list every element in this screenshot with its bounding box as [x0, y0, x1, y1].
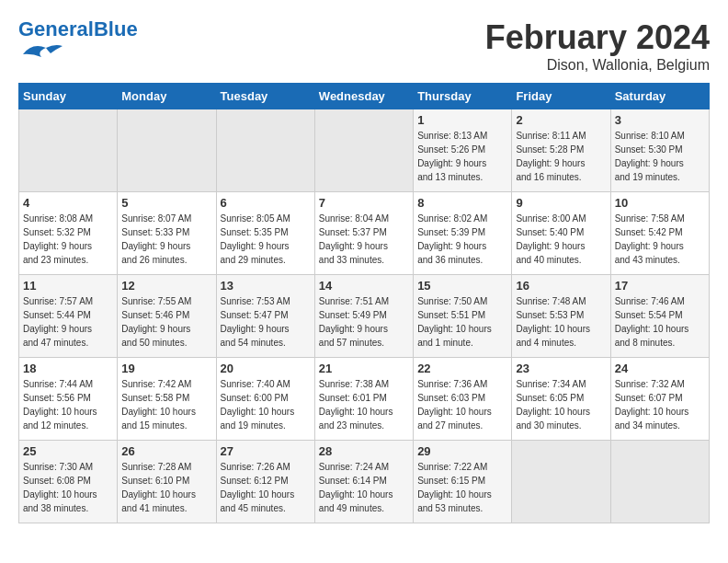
day-info: Sunrise: 7:38 AM Sunset: 6:01 PM Dayligh… [319, 377, 409, 432]
day-info: Sunrise: 7:40 AM Sunset: 6:00 PM Dayligh… [221, 377, 311, 432]
day-number: 14 [319, 279, 409, 293]
day-info: Sunrise: 7:55 AM Sunset: 5:46 PM Dayligh… [121, 294, 211, 350]
calendar-cell: 10Sunrise: 7:58 AM Sunset: 5:42 PM Dayli… [610, 192, 709, 275]
calendar-cell: 14Sunrise: 7:51 AM Sunset: 5:49 PM Dayli… [314, 275, 413, 358]
col-header-friday: Friday [512, 84, 610, 109]
calendar-week-row: 25Sunrise: 7:30 AM Sunset: 6:08 PM Dayli… [19, 441, 710, 523]
calendar-header-row: SundayMondayTuesdayWednesdayThursdayFrid… [19, 84, 710, 109]
title-area: February 2024 Dison, Wallonia, Belgium [485, 18, 710, 74]
day-number: 13 [221, 279, 311, 293]
day-info: Sunrise: 8:05 AM Sunset: 5:35 PM Dayligh… [221, 212, 311, 267]
calendar-cell [610, 441, 709, 523]
day-info: Sunrise: 8:10 AM Sunset: 5:30 PM Dayligh… [615, 129, 705, 184]
day-info: Sunrise: 7:51 AM Sunset: 5:49 PM Dayligh… [319, 294, 409, 350]
calendar-week-row: 11Sunrise: 7:57 AM Sunset: 5:44 PM Dayli… [19, 275, 710, 358]
calendar-cell: 11Sunrise: 7:57 AM Sunset: 5:44 PM Dayli… [19, 275, 118, 358]
day-number: 16 [516, 279, 606, 293]
calendar-cell [216, 109, 314, 192]
day-number: 10 [615, 196, 705, 210]
calendar-week-row: 1Sunrise: 8:13 AM Sunset: 5:26 PM Daylig… [19, 109, 710, 192]
calendar-table: SundayMondayTuesdayWednesdayThursdayFrid… [18, 83, 710, 523]
day-number: 15 [417, 279, 507, 293]
day-number: 27 [221, 444, 311, 458]
calendar-cell [512, 441, 610, 523]
day-number: 24 [615, 362, 705, 375]
day-info: Sunrise: 8:08 AM Sunset: 5:32 PM Dayligh… [23, 212, 113, 267]
calendar-cell: 27Sunrise: 7:26 AM Sunset: 6:12 PM Dayli… [216, 441, 314, 523]
calendar-cell: 19Sunrise: 7:42 AM Sunset: 5:58 PM Dayli… [118, 358, 216, 441]
day-info: Sunrise: 7:44 AM Sunset: 5:56 PM Dayligh… [23, 377, 113, 432]
day-info: Sunrise: 7:46 AM Sunset: 5:54 PM Dayligh… [615, 294, 705, 350]
calendar-cell: 12Sunrise: 7:55 AM Sunset: 5:46 PM Dayli… [118, 275, 216, 358]
day-number: 12 [121, 279, 211, 293]
day-info: Sunrise: 7:30 AM Sunset: 6:08 PM Dayligh… [23, 460, 113, 515]
day-number: 20 [221, 362, 311, 375]
calendar-cell: 28Sunrise: 7:24 AM Sunset: 6:14 PM Dayli… [314, 441, 413, 523]
calendar-cell: 7Sunrise: 8:04 AM Sunset: 5:37 PM Daylig… [314, 192, 413, 275]
col-header-thursday: Thursday [414, 84, 512, 109]
calendar-cell [118, 109, 216, 192]
day-info: Sunrise: 7:34 AM Sunset: 6:05 PM Dayligh… [516, 377, 606, 432]
day-info: Sunrise: 8:00 AM Sunset: 5:40 PM Dayligh… [516, 212, 606, 267]
calendar-cell: 8Sunrise: 8:02 AM Sunset: 5:39 PM Daylig… [414, 192, 512, 275]
calendar-cell: 23Sunrise: 7:34 AM Sunset: 6:05 PM Dayli… [512, 358, 610, 441]
day-info: Sunrise: 7:22 AM Sunset: 6:15 PM Dayligh… [417, 460, 507, 515]
header: GeneralBlue February 2024 Dison, Walloni… [18, 18, 710, 74]
day-info: Sunrise: 8:04 AM Sunset: 5:37 PM Dayligh… [319, 212, 409, 267]
calendar-cell: 5Sunrise: 8:07 AM Sunset: 5:33 PM Daylig… [118, 192, 216, 275]
calendar-cell: 29Sunrise: 7:22 AM Sunset: 6:15 PM Dayli… [414, 441, 512, 523]
col-header-wednesday: Wednesday [314, 84, 413, 109]
day-number: 22 [417, 362, 507, 375]
calendar-cell: 17Sunrise: 7:46 AM Sunset: 5:54 PM Dayli… [610, 275, 709, 358]
calendar-cell [314, 109, 413, 192]
day-info: Sunrise: 8:11 AM Sunset: 5:28 PM Dayligh… [516, 129, 606, 184]
calendar-cell [19, 109, 118, 192]
logo-icon [18, 40, 64, 59]
calendar-cell: 26Sunrise: 7:28 AM Sunset: 6:10 PM Dayli… [118, 441, 216, 523]
day-info: Sunrise: 7:53 AM Sunset: 5:47 PM Dayligh… [221, 294, 311, 350]
day-info: Sunrise: 7:58 AM Sunset: 5:42 PM Dayligh… [615, 212, 705, 267]
calendar-cell: 25Sunrise: 7:30 AM Sunset: 6:08 PM Dayli… [19, 441, 118, 523]
logo: GeneralBlue [18, 18, 138, 63]
day-info: Sunrise: 8:02 AM Sunset: 5:39 PM Dayligh… [417, 212, 507, 267]
day-number: 26 [121, 444, 211, 458]
col-header-saturday: Saturday [610, 84, 709, 109]
calendar-cell: 9Sunrise: 8:00 AM Sunset: 5:40 PM Daylig… [512, 192, 610, 275]
col-header-tuesday: Tuesday [216, 84, 314, 109]
logo-blue: Blue [94, 17, 138, 40]
day-number: 18 [23, 362, 113, 375]
day-number: 28 [319, 444, 409, 458]
calendar-cell: 21Sunrise: 7:38 AM Sunset: 6:01 PM Dayli… [314, 358, 413, 441]
calendar-cell: 18Sunrise: 7:44 AM Sunset: 5:56 PM Dayli… [19, 358, 118, 441]
day-number: 29 [417, 444, 507, 458]
calendar-cell: 16Sunrise: 7:48 AM Sunset: 5:53 PM Dayli… [512, 275, 610, 358]
day-number: 11 [23, 279, 113, 293]
day-info: Sunrise: 8:07 AM Sunset: 5:33 PM Dayligh… [121, 212, 211, 267]
day-info: Sunrise: 7:26 AM Sunset: 6:12 PM Dayligh… [221, 460, 311, 515]
calendar-cell: 6Sunrise: 8:05 AM Sunset: 5:35 PM Daylig… [216, 192, 314, 275]
col-header-monday: Monday [118, 84, 216, 109]
calendar-cell: 24Sunrise: 7:32 AM Sunset: 6:07 PM Dayli… [610, 358, 709, 441]
day-number: 8 [417, 196, 507, 210]
calendar-cell: 3Sunrise: 8:10 AM Sunset: 5:30 PM Daylig… [610, 109, 709, 192]
day-info: Sunrise: 7:32 AM Sunset: 6:07 PM Dayligh… [615, 377, 705, 432]
location-subtitle: Dison, Wallonia, Belgium [485, 57, 710, 74]
day-info: Sunrise: 7:24 AM Sunset: 6:14 PM Dayligh… [319, 460, 409, 515]
day-number: 17 [615, 279, 705, 293]
day-info: Sunrise: 7:36 AM Sunset: 6:03 PM Dayligh… [417, 377, 507, 432]
day-number: 3 [615, 113, 705, 127]
calendar-cell: 4Sunrise: 8:08 AM Sunset: 5:32 PM Daylig… [19, 192, 118, 275]
calendar-cell: 13Sunrise: 7:53 AM Sunset: 5:47 PM Dayli… [216, 275, 314, 358]
day-number: 2 [516, 113, 606, 127]
month-year-title: February 2024 [485, 18, 710, 57]
calendar-cell: 20Sunrise: 7:40 AM Sunset: 6:00 PM Dayli… [216, 358, 314, 441]
calendar-week-row: 4Sunrise: 8:08 AM Sunset: 5:32 PM Daylig… [19, 192, 710, 275]
day-number: 23 [516, 362, 606, 375]
day-info: Sunrise: 7:57 AM Sunset: 5:44 PM Dayligh… [23, 294, 113, 350]
logo-text: GeneralBlue [18, 18, 138, 40]
day-number: 9 [516, 196, 606, 210]
day-info: Sunrise: 7:42 AM Sunset: 5:58 PM Dayligh… [121, 377, 211, 432]
day-number: 5 [121, 196, 211, 210]
day-info: Sunrise: 7:48 AM Sunset: 5:53 PM Dayligh… [516, 294, 606, 350]
calendar-week-row: 18Sunrise: 7:44 AM Sunset: 5:56 PM Dayli… [19, 358, 710, 441]
